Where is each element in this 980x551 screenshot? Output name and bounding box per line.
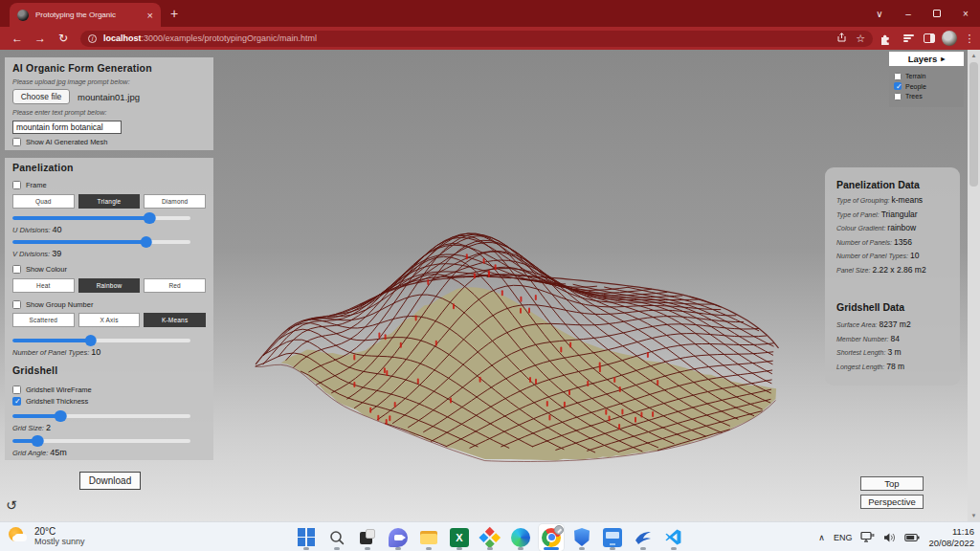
tray-chevron-up-icon[interactable]: ∧ [818, 533, 825, 542]
search-icon [328, 529, 345, 546]
browser-titlebar: Prototyping the Organic × + ∨ – × [0, 0, 980, 27]
office-button[interactable] [478, 524, 502, 551]
blue-swoosh-app-button[interactable] [631, 524, 656, 551]
scrollbar-thumb[interactable] [969, 62, 978, 187]
window-close-button[interactable]: × [951, 0, 980, 27]
trees-checkbox[interactable] [894, 93, 902, 100]
u-divisions-slider[interactable] [12, 211, 190, 224]
bookmark-star-icon[interactable]: ☆ [856, 33, 865, 44]
show-group-number-checkbox[interactable] [12, 300, 21, 309]
battery-icon[interactable] [904, 533, 920, 542]
panelization-title: Panelization [12, 162, 74, 173]
office-colour-icon [479, 527, 501, 548]
scroll-up-icon[interactable]: ▲ [968, 50, 980, 61]
ai-form-generation-panel: AI Organic Form Generation Please upload… [5, 57, 213, 150]
frame-checkbox[interactable] [12, 181, 21, 189]
window-minimize-button[interactable]: – [894, 0, 923, 27]
page-info-icon[interactable]: i [88, 34, 97, 43]
reload-button[interactable]: ↻ [56, 31, 71, 46]
side-panel-icon[interactable] [921, 31, 938, 46]
forward-button[interactable]: → [33, 31, 48, 46]
layer-row-trees: Trees [894, 93, 959, 100]
top-view-button[interactable]: Top [860, 476, 924, 491]
edge-button[interactable] [508, 524, 533, 551]
panel-type-triangle-button[interactable]: Triangle [78, 194, 141, 209]
excel-button[interactable]: X [447, 524, 472, 551]
pc-tools-button[interactable] [600, 524, 625, 551]
show-colour-checkbox[interactable] [12, 265, 21, 274]
data-panel: Panelization Data Type of Grouping:k-mea… [825, 167, 960, 386]
terrain-checkbox[interactable] [894, 73, 902, 80]
panel-types-slider[interactable] [12, 334, 190, 346]
browser-menu-kebab-icon[interactable]: ⋮ [961, 31, 978, 46]
download-button[interactable]: Download [79, 472, 141, 490]
panel-type-diamond-button[interactable]: Diamond [144, 194, 206, 209]
gridshell-thickness-checkbox[interactable] [12, 397, 21, 406]
grouping-x-axis-button[interactable]: X Axis [78, 313, 141, 327]
back-button[interactable]: ← [10, 31, 25, 46]
perspective-view-button[interactable]: Perspective [860, 495, 924, 509]
data-row: Colour Gradient:rainbow [836, 223, 916, 232]
new-tab-button[interactable]: + [170, 7, 178, 20]
3d-gridshell-canvas[interactable] [220, 165, 794, 490]
network-icon[interactable] [860, 531, 875, 543]
url-bar[interactable]: i localhost:3000/examples/prototypingOrg… [80, 31, 873, 47]
colour-options: Heat Rainbow Red [12, 278, 206, 293]
gridshell-thickness-label: Gridshell Thickness [26, 397, 88, 406]
grid-size-slider-thumb[interactable] [55, 410, 67, 423]
window-chevron-icon[interactable]: ∨ [865, 0, 894, 27]
chrome-button-active[interactable] [539, 524, 564, 551]
colour-red-button[interactable]: Red [144, 278, 206, 293]
colour-rainbow-button[interactable]: Rainbow [78, 278, 141, 293]
gridshell-title: Gridshell [12, 364, 57, 376]
clock-widget[interactable]: 11:16 20/08/2022 [928, 526, 974, 549]
gridshell-wireframe-checkbox[interactable] [12, 386, 21, 394]
tab-close-icon[interactable]: × [147, 10, 153, 21]
data-row: Type of Grouping:k-means [836, 195, 923, 205]
windows-logo-icon [298, 528, 316, 546]
page-scrollbar[interactable]: ▲ ▼ [968, 50, 980, 521]
search-button[interactable] [324, 524, 349, 551]
extensions-puzzle-icon[interactable] [877, 31, 894, 46]
text-prompt-input[interactable] [12, 121, 122, 134]
start-button[interactable] [294, 524, 319, 551]
u-divisions-slider-thumb[interactable] [144, 212, 156, 225]
grouping-scattered-button[interactable]: Scattered [12, 313, 75, 327]
tab-favicon-globe-icon [17, 10, 29, 21]
layers-header[interactable]: Layers ▸ [889, 52, 964, 66]
panel-types-label: Number of Panel Types:10 [12, 347, 100, 357]
choose-file-button[interactable]: Choose file [12, 89, 70, 104]
panel-title: AI Organic Form Generation [12, 62, 152, 74]
windows-security-button[interactable] [569, 524, 594, 551]
chat-button[interactable] [386, 524, 411, 551]
grid-angle-slider-thumb[interactable] [32, 435, 44, 448]
system-tray: ∧ ENG 11:16 20/08/2022 [818, 522, 974, 551]
v-divisions-slider-thumb[interactable] [140, 236, 152, 249]
v-divisions-slider[interactable] [12, 235, 190, 248]
show-ai-mesh-checkbox[interactable] [12, 138, 21, 146]
task-view-button[interactable] [355, 524, 380, 551]
grouping-k-means-button[interactable]: K-Means [144, 313, 206, 327]
panel-types-slider-thumb[interactable] [85, 335, 98, 347]
grid-size-slider[interactable] [12, 409, 190, 422]
file-explorer-button[interactable] [416, 524, 441, 551]
share-icon[interactable] [836, 30, 847, 47]
reading-list-icon[interactable] [900, 31, 917, 46]
browser-toolbar: ← → ↻ i localhost:3000/examples/prototyp… [0, 27, 980, 50]
uploaded-file-name: mountain01.jpg [78, 92, 140, 102]
undo-rotate-icon[interactable]: ↺ [6, 497, 17, 513]
profile-avatar[interactable] [941, 31, 958, 46]
url-host: localhost [103, 33, 142, 43]
scroll-down-icon[interactable]: ▼ [968, 510, 980, 521]
upload-hint: Please upload jpg image prompt below: [12, 78, 130, 85]
grid-angle-slider[interactable] [12, 434, 190, 447]
volume-icon[interactable] [883, 532, 896, 543]
browser-tab[interactable]: Prototyping the Organic × [10, 3, 161, 27]
vscode-button[interactable] [661, 524, 686, 551]
language-indicator[interactable]: ENG [834, 533, 853, 542]
window-restore-button[interactable] [923, 0, 951, 27]
data-row: Member Number:84 [836, 334, 900, 343]
colour-heat-button[interactable]: Heat [12, 278, 75, 293]
people-checkbox[interactable] [894, 82, 902, 90]
panel-type-quad-button[interactable]: Quad [12, 194, 75, 209]
